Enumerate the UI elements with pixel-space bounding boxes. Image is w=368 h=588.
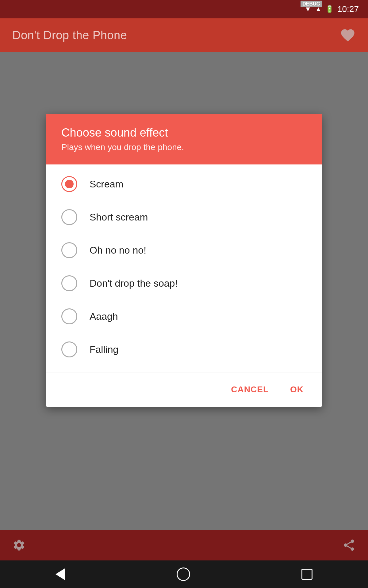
radio-label-falling: Falling (90, 344, 118, 355)
radio-scream[interactable] (61, 176, 77, 192)
radio-label-soap: Don't drop the soap! (90, 278, 178, 289)
radio-option-short-scream[interactable]: Short scream (46, 201, 322, 234)
radio-option-soap[interactable]: Don't drop the soap! (46, 267, 322, 300)
main-content: Choose sound effect Plays when you drop … (0, 52, 368, 530)
bottom-toolbar (0, 530, 368, 560)
radio-oh-no[interactable] (61, 242, 77, 258)
recent-button[interactable] (301, 569, 312, 580)
sound-effect-dialog: Choose sound effect Plays when you drop … (46, 114, 322, 407)
radio-label-scream: Scream (90, 179, 123, 190)
ok-button[interactable]: OK (284, 380, 310, 399)
status-time: 10:27 (337, 4, 359, 14)
radio-label-oh-no: Oh no no no! (90, 245, 146, 256)
share-icon[interactable] (342, 538, 356, 552)
status-bar: DEBUG ▼ ▲ 🔋 10:27 (0, 0, 368, 18)
cancel-button[interactable]: CANCEL (225, 380, 275, 399)
radio-aaagh[interactable] (61, 308, 77, 324)
battery-icon: 🔋 (325, 5, 334, 13)
radio-option-oh-no[interactable]: Oh no no no! (46, 234, 322, 267)
settings-icon[interactable] (12, 538, 26, 552)
dialog-subtitle: Plays when you drop the phone. (61, 142, 307, 152)
dialog-title: Choose sound effect (61, 126, 307, 139)
radio-option-aaagh[interactable]: Aaagh (46, 300, 322, 333)
home-button[interactable] (177, 567, 190, 581)
nav-bar (0, 560, 368, 588)
dialog-header: Choose sound effect Plays when you drop … (46, 114, 322, 164)
app-title: Don't Drop the Phone (12, 29, 127, 42)
dialog-overlay: Choose sound effect Plays when you drop … (0, 52, 368, 530)
dialog-body: Scream Short scream Oh no no no! Don't d… (46, 164, 322, 369)
radio-label-aaagh: Aaagh (90, 311, 118, 322)
back-button[interactable] (56, 568, 65, 580)
app-toolbar: Don't Drop the Phone (0, 18, 368, 52)
radio-short-scream[interactable] (61, 209, 77, 225)
debug-badge: DEBUG (301, 1, 322, 7)
radio-option-scream[interactable]: Scream (46, 168, 322, 201)
radio-option-falling[interactable]: Falling (46, 333, 322, 366)
dialog-actions: CANCEL OK (46, 372, 322, 407)
radio-falling[interactable] (61, 341, 77, 357)
heart-icon[interactable] (340, 27, 356, 43)
radio-label-short-scream: Short scream (90, 212, 148, 223)
radio-soap[interactable] (61, 275, 77, 291)
